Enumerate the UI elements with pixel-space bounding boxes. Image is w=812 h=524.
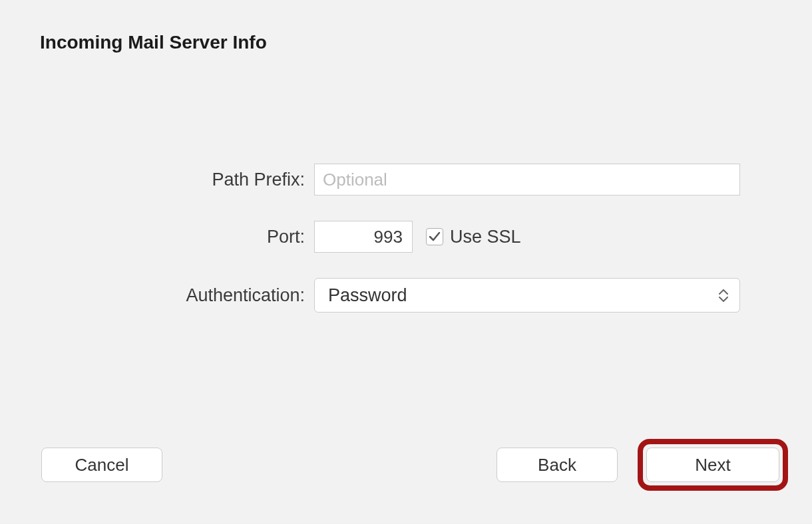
authentication-value: Password xyxy=(328,285,407,306)
button-row: Cancel Back Next xyxy=(0,439,812,491)
port-label: Port: xyxy=(0,227,314,247)
row-path-prefix: Path Prefix: xyxy=(0,164,812,196)
cancel-button[interactable]: Cancel xyxy=(41,448,162,482)
panel-title: Incoming Mail Server Info xyxy=(40,32,267,53)
authentication-label: Authentication: xyxy=(0,285,314,306)
stepper-icon xyxy=(718,289,729,302)
path-prefix-input[interactable] xyxy=(314,164,740,196)
row-port: Port: Use SSL xyxy=(0,221,812,253)
next-button[interactable]: Next xyxy=(646,448,779,482)
port-input[interactable] xyxy=(314,221,413,253)
form-area: Path Prefix: Port: Use SSL Authenticatio… xyxy=(0,164,812,338)
checkmark-icon xyxy=(428,230,441,243)
next-highlight-annotation: Next xyxy=(638,439,788,491)
row-authentication: Authentication: Password xyxy=(0,278,812,313)
use-ssl-checkbox[interactable] xyxy=(426,228,443,245)
path-prefix-label: Path Prefix: xyxy=(0,170,314,190)
use-ssl-label: Use SSL xyxy=(450,227,521,247)
back-button[interactable]: Back xyxy=(497,448,618,482)
authentication-select[interactable]: Password xyxy=(314,278,740,313)
